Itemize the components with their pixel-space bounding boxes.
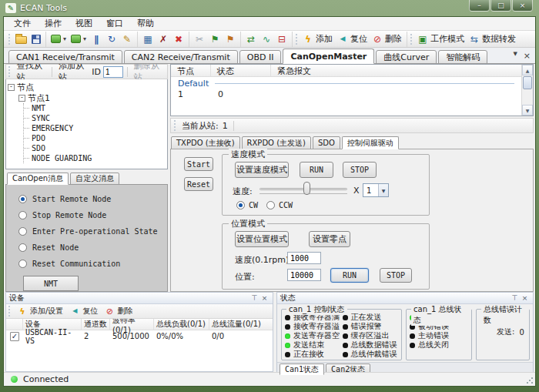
scrollbar-thumb[interactable] <box>523 76 532 89</box>
speed-slider[interactable] <box>259 182 347 196</box>
close-button[interactable]: × <box>512 0 533 12</box>
menu-file[interactable]: 文件 <box>7 17 38 30</box>
close-icon[interactable]: × <box>520 294 530 302</box>
pin-icon[interactable]: ⊤ <box>510 294 520 302</box>
tab-canopen-message[interactable]: CanOpen消息 <box>7 173 69 185</box>
reset-button[interactable]: ◀复位 <box>336 32 369 45</box>
position-run-button[interactable]: RUN <box>330 268 369 283</box>
tree-root[interactable]: - 节点 <box>8 82 166 92</box>
direction-cw-radio[interactable]: CW <box>236 201 258 209</box>
menu-help[interactable]: 帮助 <box>130 17 161 30</box>
close-icon[interactable]: × <box>259 294 270 302</box>
scroll-up-button[interactable]: ▲ <box>522 65 533 75</box>
column-header-state[interactable]: 状态 <box>211 65 271 76</box>
tab-sdo[interactable]: SDO <box>313 136 340 149</box>
set-position-mode-button[interactable]: 设置位置模式 <box>235 231 289 247</box>
speed-stop-button[interactable]: STOP <box>343 162 377 178</box>
cut-button[interactable]: ✂ <box>192 32 206 45</box>
start-button[interactable]: Start <box>184 157 213 171</box>
tab-obd2[interactable]: OBD II <box>239 50 282 64</box>
vertical-scrollbar[interactable]: ▲ ▼ <box>521 65 533 116</box>
tree-leaf-sdo[interactable]: SDO <box>24 143 166 153</box>
column-header-load[interactable]: 总线负载(0/1) <box>154 319 209 330</box>
scroll-down-button[interactable]: ▼ <box>522 105 533 116</box>
tree-leaf-emergency[interactable]: EMERGENCY <box>24 123 166 133</box>
collapse-icon[interactable]: - <box>18 95 25 102</box>
toolbar-grip[interactable] <box>8 66 11 77</box>
option-stop-remote-node[interactable]: Stop Remote Node <box>18 207 167 223</box>
combo-arrow-icon[interactable]: ▼ <box>378 184 388 196</box>
delete-all-button[interactable]: ✖ <box>172 32 186 45</box>
set-speed-mode-button[interactable]: 设置速度模式 <box>235 162 289 178</box>
work-mode-button[interactable]: ▣工作模式 <box>416 32 466 45</box>
set-zero-button[interactable]: 设置零点 <box>309 231 350 247</box>
scrollbar-track[interactable] <box>522 90 533 105</box>
tab-can2-receive-transmit[interactable]: CAN2 Receive/Transmit <box>124 50 238 64</box>
data-forward-button[interactable]: ⇆数据转发 <box>467 32 517 45</box>
collapse-icon[interactable]: - <box>8 84 15 91</box>
toolbar-grip[interactable] <box>174 120 176 131</box>
tab-close-button[interactable]: × <box>524 51 531 61</box>
tab-rxpdo[interactable]: RXPDO (主发送) <box>242 136 311 149</box>
tree-node-1[interactable]: - 节点1 <box>18 92 166 103</box>
toolbar-grip[interactable] <box>8 306 11 317</box>
tab-smart-decode[interactable]: 智能解码 <box>438 50 487 64</box>
device-delete-button[interactable]: ⊘删除 <box>102 305 134 318</box>
column-header-channels[interactable]: 通道数 <box>82 319 110 330</box>
minimize-button[interactable]: – <box>469 0 490 12</box>
option-reset-communication[interactable]: Reset Communication <box>18 256 167 272</box>
delete-button[interactable]: ⊘删除 <box>370 32 403 45</box>
tab-can1-status[interactable]: Can1状态 <box>280 364 324 375</box>
column-header-flow[interactable]: 总线流量(0/1) <box>209 319 273 330</box>
tree-leaf-sync[interactable]: SYNC <box>24 113 166 123</box>
flag-orange-button[interactable]: ⚑ <box>223 32 237 45</box>
menu-operate[interactable]: 操作 <box>38 17 69 30</box>
tab-list-dropdown[interactable]: ▼ <box>513 51 517 61</box>
pin-icon[interactable]: ⊤ <box>249 294 259 302</box>
slider-thumb[interactable] <box>303 182 310 195</box>
menu-view[interactable]: 视图 <box>69 17 99 30</box>
tab-txpdo[interactable]: TXPDO (主接收) <box>171 136 240 149</box>
device-config-dropdown[interactable]: ▾ <box>69 34 88 44</box>
signal-button[interactable]: ∿ <box>259 32 273 45</box>
remove-window-button[interactable]: ⊟ <box>275 32 289 45</box>
slave-id-input[interactable] <box>103 66 123 78</box>
column-header-baud[interactable]: 波特率(0/1) <box>110 319 154 330</box>
refresh-button[interactable]: ↻ <box>105 32 119 45</box>
tab-can1-receive-transmit[interactable]: CAN1 Receive/Transmit <box>8 50 122 64</box>
position-stop-button[interactable]: STOP <box>380 268 412 283</box>
device-add-button[interactable]: ϟ添加/设置 <box>15 305 65 318</box>
tree-leaf-node-guarding[interactable]: NODE GUARDING <box>24 153 166 163</box>
device-reset-button[interactable]: ◀复位 <box>68 305 99 318</box>
option-reset-node[interactable]: Reset Node <box>18 240 167 256</box>
tab-curve[interactable]: 曲线Curver <box>376 50 437 64</box>
reset-node-button[interactable]: Reset <box>184 177 213 191</box>
resize-grip[interactable] <box>525 376 534 384</box>
open-file-button[interactable] <box>14 33 28 45</box>
swap-button[interactable]: ⇄ <box>244 32 258 45</box>
position-input[interactable] <box>287 269 321 281</box>
tab-custom-message[interactable]: 自定义消息 <box>70 173 119 185</box>
direction-ccw-radio[interactable]: CCW <box>266 201 293 209</box>
device-connect-dropdown[interactable]: ▾ <box>49 34 68 44</box>
option-start-remote-node[interactable]: Start Remote Node <box>18 191 167 207</box>
toolbar-grip[interactable] <box>410 34 413 45</box>
maximize-button[interactable]: □ <box>490 0 511 12</box>
pause-button[interactable]: ∥ <box>89 32 103 45</box>
tree-leaf-nmt[interactable]: NMT <box>24 103 166 113</box>
device-checkbox[interactable]: ✓ <box>10 332 19 341</box>
option-enter-preoperational[interactable]: Enter Pre-operational State <box>18 223 167 240</box>
add-button[interactable]: ϟ添加 <box>301 32 334 45</box>
nmt-send-button[interactable]: NMT <box>23 276 79 291</box>
clear-button[interactable]: ✎ <box>120 32 134 45</box>
tree-leaf-pdo[interactable]: PDO <box>24 133 166 143</box>
flag-green-button[interactable]: ⚑ <box>208 32 222 45</box>
delete-item-button[interactable]: ✗ <box>156 32 170 45</box>
tab-servo-control[interactable]: 控制伺服驱动 <box>342 136 399 149</box>
column-header-node[interactable]: 节点 <box>171 65 211 76</box>
position-speed-input[interactable] <box>287 252 321 264</box>
table-row[interactable]: 1 0 <box>171 89 521 101</box>
menu-window[interactable]: 窗口 <box>99 17 130 30</box>
device-table-row[interactable]: ✓ USBCAN-II-VS 2 500/1000 0%/0% 0/0 <box>6 330 273 342</box>
save-file-button[interactable] <box>30 34 42 45</box>
